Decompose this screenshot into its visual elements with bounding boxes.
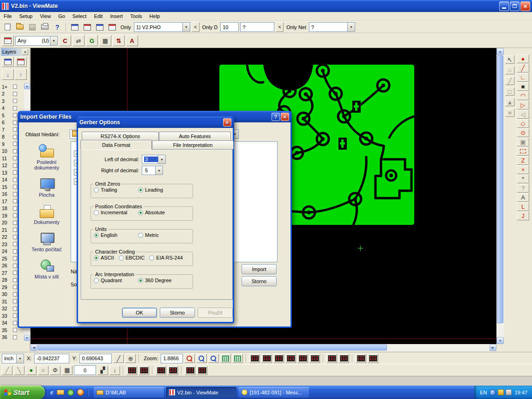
tool-table-icon[interactable] <box>94 22 105 32</box>
stretch-tool-icon[interactable]: ⇅ <box>113 35 125 46</box>
frame-mode-icon[interactable] <box>2 35 14 46</box>
menu-item[interactable]: View <box>36 12 54 20</box>
radio-option[interactable]: English <box>94 232 133 238</box>
tray-app-icon[interactable] <box>498 389 504 395</box>
status-led-off-icon[interactable]: ○ <box>38 366 48 375</box>
layer-up-icon[interactable]: ↑ <box>15 69 27 80</box>
select-cursor-icon[interactable]: ↖ <box>505 55 514 64</box>
vertical-scrollbar[interactable] <box>496 48 504 344</box>
radio-option[interactable]: Quadrant <box>94 278 133 283</box>
settings-tool-icon[interactable]: * <box>517 175 529 183</box>
dcode-view-icon[interactable] <box>168 366 178 375</box>
context-help-icon[interactable] <box>52 22 63 32</box>
layer-swatch[interactable] <box>13 249 17 254</box>
layer-view-icon[interactable] <box>339 354 349 363</box>
layers-table-icon[interactable] <box>2 57 14 67</box>
tab[interactable]: RS274-X Options <box>82 132 159 140</box>
scroll-left-icon[interactable] <box>30 344 37 351</box>
vertical-scroll-thumb[interactable] <box>497 55 503 323</box>
radio-option[interactable]: Absolute <box>138 210 165 215</box>
layer-view-icon[interactable] <box>261 354 272 363</box>
radio-option[interactable]: 360 Degree <box>138 278 172 283</box>
rotate-tool-icon[interactable]: ○ <box>505 66 514 74</box>
layer-swatch[interactable] <box>13 99 17 103</box>
prev-net-button[interactable]: < <box>276 22 284 32</box>
net-combo[interactable]: ? <box>309 22 355 32</box>
cancel-button[interactable]: Storno <box>160 308 195 318</box>
menu-item[interactable]: Setup <box>16 12 36 20</box>
menu-item[interactable]: Go <box>54 12 69 20</box>
place-item[interactable]: Místa v síti <box>25 259 68 279</box>
draw-mode-icon[interactable]: ╱ <box>2 366 12 375</box>
point-tool-icon[interactable]: ● <box>517 54 529 63</box>
taskbar-task[interactable]: V2.bin - ViewMate <box>166 387 236 398</box>
left-of-decimal-combo[interactable]: 3 <box>142 155 166 164</box>
slant-tool-icon[interactable]: ╱ <box>505 77 514 85</box>
line-tool-icon[interactable]: ╱ <box>517 64 529 73</box>
place-item[interactable]: Dokumenty <box>25 204 68 225</box>
close-icon[interactable]: × <box>281 113 289 121</box>
layer-down-icon[interactable]: ↓ <box>2 69 14 80</box>
taskbar-task[interactable]: [191-482-091] - Mess... <box>239 387 309 398</box>
zoom-all-icon[interactable] <box>208 354 219 363</box>
layer-swatch[interactable] <box>13 185 17 189</box>
copy-tool-icon[interactable]: ▣ <box>517 138 529 146</box>
layer-swatch[interactable] <box>13 285 17 289</box>
firefox-icon[interactable] <box>77 389 84 396</box>
chevron-down-icon[interactable] <box>347 23 355 31</box>
layer-swatch[interactable] <box>13 127 17 132</box>
chevron-down-icon[interactable] <box>50 36 57 45</box>
cancel-button[interactable]: Storno <box>242 276 277 286</box>
scroll-right-icon[interactable] <box>490 344 496 351</box>
layer-swatch[interactable] <box>13 113 17 117</box>
layer-view-icon[interactable] <box>297 354 308 363</box>
pad-tool-icon[interactable]: ■ <box>517 82 529 91</box>
close-icon[interactable]: × <box>223 118 231 127</box>
layer-swatch[interactable] <box>13 328 17 332</box>
tray-messenger-icon[interactable] <box>490 389 496 396</box>
scroll-up-icon[interactable] <box>496 48 504 55</box>
units-combo[interactable]: inch <box>2 354 24 363</box>
group-tool-icon[interactable]: G <box>86 35 98 46</box>
cut-tool-icon[interactable]: × <box>517 165 529 174</box>
layer-swatch[interactable] <box>13 256 17 260</box>
target-icon[interactable]: ⊕ <box>125 354 136 363</box>
layer-swatch[interactable] <box>13 135 17 139</box>
dcode-view-icon[interactable] <box>185 366 195 375</box>
layer-swatch[interactable] <box>13 170 17 175</box>
radio-option[interactable]: ASCII <box>94 255 114 260</box>
layer-swatch[interactable] <box>13 314 17 318</box>
measure-icon[interactable]: ╱ <box>113 354 124 363</box>
dcode-grid-icon[interactable] <box>220 354 231 363</box>
radio-option[interactable]: EBCDIC <box>119 255 145 260</box>
block-tool-icon[interactable]: □ <box>505 87 514 96</box>
ok-button[interactable]: OK <box>122 308 157 318</box>
layer-swatch[interactable] <box>13 163 17 168</box>
layer-view-icon[interactable] <box>273 354 284 363</box>
text-marker-icon[interactable]: A <box>126 35 138 46</box>
aperture-table-icon[interactable] <box>82 22 93 32</box>
radio-option[interactable]: Incremental <box>94 210 133 215</box>
select-filter-combo[interactable]: Any (U) <box>15 36 58 46</box>
layer-view-icon[interactable] <box>368 354 378 363</box>
arc-tool-icon[interactable]: ◠ <box>517 91 529 100</box>
layer-swatch[interactable] <box>13 335 17 339</box>
layer-combo[interactable]: 1) V2.PHO <box>134 22 190 32</box>
layer-swatch[interactable] <box>13 92 17 96</box>
radio-option[interactable]: Trailing <box>94 187 133 193</box>
save-icon[interactable] <box>27 22 38 32</box>
grid-tool-icon[interactable]: ▦ <box>99 35 111 46</box>
layer-swatch[interactable] <box>13 192 17 196</box>
layer-swatch[interactable] <box>13 121 17 125</box>
layer-view-icon[interactable] <box>249 354 260 363</box>
layer-swatch[interactable] <box>13 292 17 296</box>
scroll-down-icon[interactable] <box>24 335 30 341</box>
snap-arrow-icon[interactable]: ↓ <box>109 366 120 375</box>
layer-swatch[interactable] <box>13 199 17 203</box>
layer-swatch[interactable] <box>13 85 17 89</box>
layer-swatch[interactable] <box>13 106 17 110</box>
title-bar[interactable]: V2.bin - ViewMate × <box>0 0 532 12</box>
layer-view-icon[interactable] <box>326 354 337 363</box>
print-icon[interactable] <box>39 22 50 32</box>
layer-swatch[interactable] <box>13 278 17 282</box>
